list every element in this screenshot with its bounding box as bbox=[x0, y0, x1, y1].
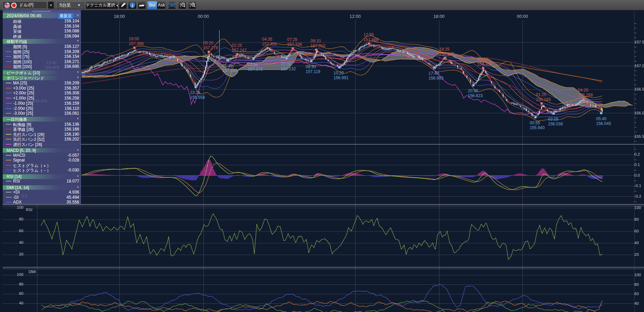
svg-text:i: i bbox=[132, 3, 133, 8]
